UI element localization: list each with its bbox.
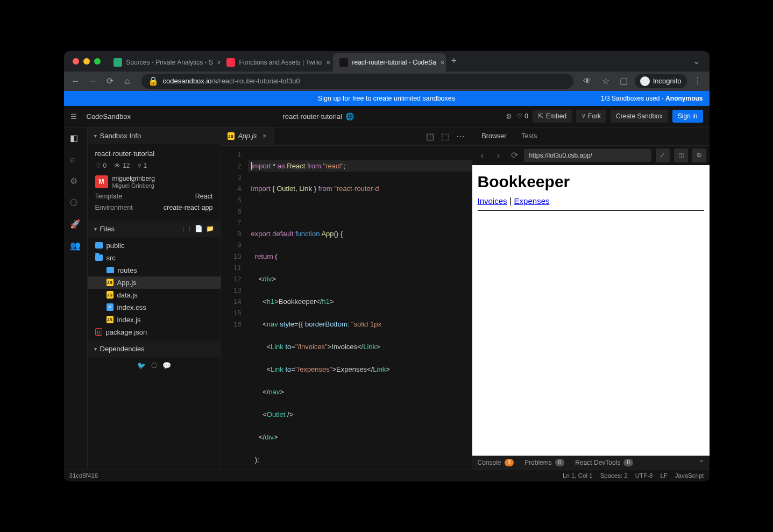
upload-icon[interactable]: ↑ — [188, 225, 192, 232]
gear-icon[interactable]: ⚙ — [506, 112, 512, 120]
tab-title: react-router-tutorial - CodeSa — [352, 59, 436, 66]
close-tab-icon[interactable]: × — [263, 132, 266, 140]
fork-button[interactable]: ⑂Fork — [576, 110, 606, 123]
browser-tab-1[interactable]: Functions and Assets | Twilio × — [220, 53, 333, 72]
hamburger-menu-icon[interactable]: ☰ — [70, 112, 81, 120]
split-vertical-icon[interactable]: ◫ — [424, 130, 436, 142]
split-horizontal-icon[interactable]: ⬚ — [439, 130, 451, 142]
preview-forward-icon[interactable]: › — [492, 151, 506, 160]
fork-label: Fork — [588, 112, 601, 120]
dependencies-header[interactable]: ▾ Dependencies — [88, 341, 221, 357]
likes-stat: ♡ 0 — [95, 162, 107, 169]
tab-problems[interactable]: Problems0 — [524, 459, 564, 466]
bookmark-star-icon[interactable]: ☆ — [598, 74, 613, 89]
expenses-link[interactable]: Expenses — [514, 196, 550, 205]
live-icon[interactable]: 👥 — [70, 240, 81, 251]
folder-src[interactable]: src — [88, 252, 221, 264]
create-sandbox-button[interactable]: Create Sandbox — [611, 110, 668, 123]
file-label: routes — [118, 266, 137, 274]
close-tab-icon[interactable]: × — [326, 58, 330, 67]
signin-button[interactable]: Sign in — [672, 110, 703, 123]
encoding[interactable]: UTF-8 — [635, 472, 653, 479]
files-header[interactable]: ▾ Files ↓ ↑ 📄 📁 — [88, 221, 221, 237]
download-icon[interactable]: ↓ — [182, 225, 185, 232]
more-icon[interactable]: ⋯ — [455, 130, 466, 142]
editor-pane: JS App.js × ◫ ⬚ ⋯ 1234567891011121314151… — [221, 127, 472, 470]
forward-button[interactable]: → — [86, 74, 101, 89]
eol[interactable]: LF — [660, 472, 667, 479]
minimize-window-button[interactable] — [83, 58, 90, 65]
code-editor[interactable]: 12345678910111213141516 import * as Reac… — [221, 146, 472, 470]
back-button[interactable]: ← — [68, 74, 83, 89]
preview-tool-1-icon[interactable]: ⤢ — [656, 148, 670, 162]
browser-tab-strip: Sources - Private Analytics - S × Functi… — [64, 51, 710, 72]
deploy-icon[interactable]: 🚀 — [70, 219, 81, 230]
home-button[interactable]: ⌂ — [120, 74, 135, 89]
close-window-button[interactable] — [73, 58, 79, 65]
template-label: Template — [95, 193, 123, 200]
file-data-js[interactable]: JSdata.js — [88, 289, 221, 301]
invoices-link[interactable]: Invoices — [478, 196, 507, 205]
embed-button[interactable]: ⇱Embed — [533, 110, 572, 123]
address-bar[interactable]: 🔒 codesandbox.io/s/react-router-tutorial… — [141, 74, 573, 89]
preview-tool-2-icon[interactable]: ◫ — [674, 148, 688, 162]
banner-text: Sign up for free to create unlimited san… — [318, 95, 455, 102]
tab-browser[interactable]: Browser — [474, 127, 514, 146]
tabs-dropdown-icon[interactable]: ⌄ — [687, 56, 705, 66]
kebab-menu-icon[interactable]: ⋮ — [690, 74, 705, 89]
close-tab-icon[interactable]: × — [217, 58, 220, 67]
file-index-js[interactable]: JSindex.js — [88, 314, 221, 326]
preview-tool-3-icon[interactable]: ⧉ — [692, 148, 706, 162]
cursor-position[interactable]: Ln 1, Col 1 — [563, 472, 593, 479]
signup-banner[interactable]: Sign up for free to create unlimited san… — [64, 91, 710, 106]
settings-icon[interactable]: ⚙ — [70, 176, 81, 187]
file-app-js[interactable]: JSApp.js — [88, 276, 221, 289]
eye-off-icon[interactable]: 👁 — [580, 74, 595, 89]
browser-tab-0[interactable]: Sources - Private Analytics - S × — [107, 53, 220, 72]
file-index-css[interactable]: #index.css — [88, 301, 221, 314]
discord-icon[interactable]: 💬 — [162, 361, 171, 370]
like-button[interactable]: ♡ 0 — [516, 112, 528, 120]
tab-console[interactable]: Console3 — [478, 459, 514, 466]
new-folder-icon[interactable]: 📁 — [206, 225, 214, 232]
file-label: package.json — [106, 328, 147, 336]
incognito-badge[interactable]: Incognito — [635, 74, 687, 88]
close-tab-icon[interactable]: × — [441, 58, 445, 67]
twitter-icon[interactable]: 🐦 — [137, 361, 146, 370]
commit-hash[interactable]: 31cd8f416 — [69, 472, 98, 479]
tab-tests[interactable]: Tests — [514, 127, 544, 146]
reload-button[interactable]: ⟳ — [103, 74, 118, 89]
favicon-icon — [226, 58, 235, 67]
tab-react-devtools[interactable]: React DevTools0 — [575, 459, 633, 466]
preview-url-input[interactable]: https://lof3u0.csb.app/ — [524, 149, 651, 162]
github-icon[interactable]: ⎔ — [70, 197, 81, 208]
panel-icon[interactable]: ▢ — [616, 74, 632, 89]
new-tab-button[interactable]: + — [446, 55, 463, 67]
cube-icon[interactable]: ◧ — [70, 133, 81, 144]
preview-reload-icon[interactable]: ⟳ — [508, 150, 522, 160]
problems-label: Problems — [524, 459, 552, 466]
preview-back-icon[interactable]: ‹ — [476, 151, 490, 160]
sandbox-info-header[interactable]: ▾ Sandbox Info — [88, 127, 221, 144]
code-content[interactable]: import * as React from "react"; import {… — [248, 146, 472, 470]
browser-tab-2[interactable]: react-router-tutorial - CodeSa × — [333, 53, 446, 72]
project-title[interactable]: react-router-tutorial — [282, 112, 342, 120]
folder-routes[interactable]: routes — [88, 264, 221, 276]
new-file-icon[interactable]: 📄 — [195, 225, 203, 232]
search-icon[interactable]: ⌕ — [70, 154, 81, 165]
indent-setting[interactable]: Spaces: 2 — [600, 472, 628, 479]
activity-bar: ◧ ⌕ ⚙ ⎔ 🚀 👥 — [64, 127, 88, 470]
editor-tab-bar: JS App.js × ◫ ⬚ ⋯ — [221, 127, 472, 146]
chevron-up-icon[interactable]: ⌃ — [699, 459, 704, 466]
env-label: Environment — [95, 204, 133, 211]
github-icon[interactable]: ⎔ — [151, 361, 157, 370]
file-package-json[interactable]: {}package.json — [88, 326, 221, 338]
editor-tab-app-js[interactable]: JS App.js × — [221, 127, 274, 146]
maximize-window-button[interactable] — [94, 58, 101, 65]
language-mode[interactable]: JavaScript — [675, 472, 704, 479]
preview-frame[interactable]: Bookkeeper Invoices | Expenses — [472, 165, 710, 456]
file-label: index.css — [117, 303, 146, 311]
folder-public[interactable]: public — [88, 239, 221, 252]
author-row[interactable]: M miguelgrinberg Miguel Grinberg — [95, 175, 213, 189]
editor-tab-label: App.js — [238, 132, 257, 140]
